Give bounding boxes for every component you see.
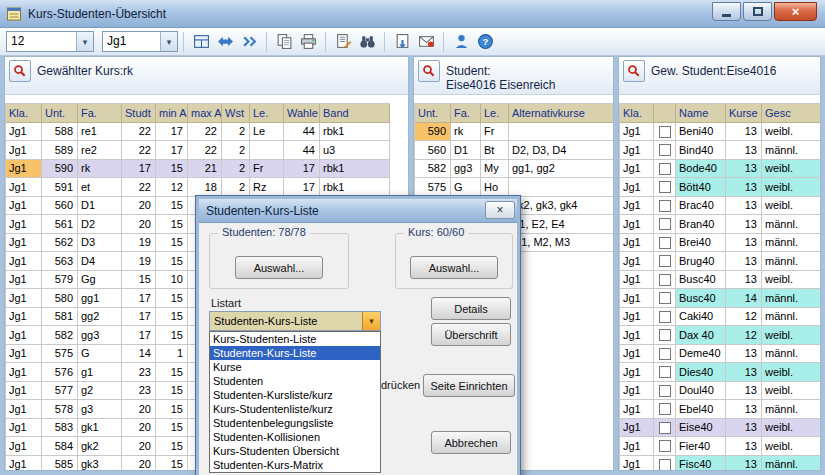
cell[interactable]: Bind40 bbox=[676, 141, 726, 160]
cell[interactable]: Rz bbox=[250, 178, 284, 197]
cell[interactable]: Jg1 bbox=[620, 178, 654, 197]
cell[interactable]: 15 bbox=[156, 160, 188, 179]
cell[interactable]: 15 bbox=[156, 252, 188, 271]
cell[interactable]: 561 bbox=[42, 215, 78, 234]
cell[interactable]: D2, D3, D4 bbox=[509, 141, 613, 160]
cell[interactable] bbox=[654, 215, 676, 234]
course-select-button[interactable]: Auswahl... bbox=[410, 256, 498, 279]
cell[interactable]: 20 bbox=[122, 400, 156, 419]
cell[interactable] bbox=[654, 141, 676, 160]
cell[interactable]: Jg1 bbox=[620, 437, 654, 456]
row-checkbox[interactable] bbox=[659, 163, 671, 175]
cell[interactable]: D3 bbox=[78, 234, 122, 253]
chevron-down-icon[interactable]: ▾ bbox=[76, 32, 93, 51]
row-checkbox[interactable] bbox=[659, 255, 671, 267]
cell[interactable]: Brac40 bbox=[676, 197, 726, 216]
table-row[interactable]: 560D1BtD2, D3, D4 bbox=[415, 141, 613, 160]
cell[interactable]: Jg1 bbox=[620, 345, 654, 364]
cell[interactable]: re2 bbox=[78, 141, 122, 160]
cell[interactable]: rk bbox=[78, 160, 122, 179]
details-button[interactable]: Details bbox=[431, 297, 511, 320]
cell[interactable]: weibl. bbox=[762, 382, 820, 401]
cell[interactable]: 15 bbox=[156, 289, 188, 308]
listart-option[interactable]: Studenten-Kollisionen bbox=[210, 430, 380, 444]
cell[interactable]: Jg1 bbox=[6, 308, 42, 327]
cell[interactable]: weibl. bbox=[762, 326, 820, 345]
row-checkbox[interactable] bbox=[659, 366, 671, 378]
table-row[interactable]: Jg1589re2221722244u3 bbox=[6, 141, 390, 160]
cell[interactable]: 1 bbox=[156, 345, 188, 364]
choose-students-button[interactable] bbox=[623, 60, 645, 82]
cell[interactable]: 13 bbox=[726, 400, 762, 419]
cell[interactable]: 13 bbox=[726, 382, 762, 401]
cell[interactable]: 584 bbox=[42, 437, 78, 456]
cell[interactable]: Ho bbox=[481, 178, 509, 197]
export-button[interactable] bbox=[390, 30, 414, 54]
cell[interactable]: Jg1 bbox=[620, 419, 654, 438]
listart-option[interactable]: Kurse bbox=[210, 360, 380, 374]
cell[interactable]: 20 bbox=[122, 437, 156, 456]
row-checkbox[interactable] bbox=[659, 311, 671, 323]
cell[interactable]: 13 bbox=[726, 141, 762, 160]
cell[interactable]: Fier40 bbox=[676, 437, 726, 456]
cell[interactable]: 590 bbox=[42, 160, 78, 179]
cell[interactable]: gg1, gg2 bbox=[509, 160, 613, 179]
cell[interactable]: Jg1 bbox=[6, 178, 42, 197]
window-grid-button[interactable] bbox=[189, 30, 213, 54]
listart-option[interactable]: Studenten-Kursliste/kurz bbox=[210, 388, 380, 402]
table-row[interactable]: Jg1Bode4013weibl. bbox=[620, 160, 820, 179]
cell[interactable] bbox=[654, 419, 676, 438]
listart-option[interactable]: Studenten-Kurs-Matrix bbox=[210, 458, 380, 472]
cell[interactable]: Dies40 bbox=[676, 363, 726, 382]
cell[interactable]: Beni40 bbox=[676, 123, 726, 142]
help-button[interactable]: ? bbox=[473, 30, 497, 54]
row-checkbox[interactable] bbox=[659, 292, 671, 304]
cell[interactable] bbox=[654, 456, 676, 471]
cell[interactable]: g3 bbox=[78, 400, 122, 419]
print-button[interactable] bbox=[296, 30, 320, 54]
cell[interactable]: 12 bbox=[726, 308, 762, 327]
cell[interactable]: g1 bbox=[78, 363, 122, 382]
cell[interactable]: rk bbox=[451, 123, 481, 142]
cell[interactable]: weibl. bbox=[762, 123, 820, 142]
cell[interactable]: 17 bbox=[122, 308, 156, 327]
horizontal-arrows-button[interactable] bbox=[213, 30, 237, 54]
cell[interactable]: 2 bbox=[222, 178, 250, 197]
cell[interactable]: Busc40 bbox=[676, 271, 726, 290]
cell[interactable]: Jg1 bbox=[6, 363, 42, 382]
cell[interactable]: männl. bbox=[762, 456, 820, 471]
cell[interactable]: 15 bbox=[156, 400, 188, 419]
cell[interactable]: et bbox=[78, 178, 122, 197]
cell[interactable]: Jg1 bbox=[6, 419, 42, 438]
cell[interactable]: Fr bbox=[250, 160, 284, 179]
cell[interactable]: 577 bbox=[42, 382, 78, 401]
cell[interactable]: Bran40 bbox=[676, 215, 726, 234]
cell[interactable]: 2 bbox=[222, 160, 250, 179]
cell[interactable]: 15 bbox=[122, 271, 156, 290]
cell[interactable]: Jg1 bbox=[620, 289, 654, 308]
cell[interactable]: 591 bbox=[42, 178, 78, 197]
table-row[interactable]: Jg1Bran4013männl. bbox=[620, 215, 820, 234]
table-row[interactable]: Jg1Beni4013weibl. bbox=[620, 123, 820, 142]
cell[interactable]: Busc40 bbox=[676, 289, 726, 308]
row-checkbox[interactable] bbox=[659, 329, 671, 341]
cell[interactable]: 18 bbox=[188, 178, 222, 197]
cell[interactable]: D1 bbox=[451, 141, 481, 160]
cell[interactable]: männl. bbox=[762, 234, 820, 253]
students-select-button[interactable]: Auswahl... bbox=[235, 256, 323, 279]
cell[interactable]: Jg1 bbox=[620, 197, 654, 216]
cell[interactable]: 15 bbox=[156, 215, 188, 234]
cell[interactable]: 589 bbox=[42, 141, 78, 160]
cell[interactable]: 20 bbox=[122, 456, 156, 471]
cell[interactable]: Gg bbox=[78, 271, 122, 290]
chevron-down-icon[interactable]: ▾ bbox=[362, 312, 380, 330]
cell[interactable]: Jg1 bbox=[6, 456, 42, 471]
cell[interactable]: Bt bbox=[481, 141, 509, 160]
cell[interactable] bbox=[654, 234, 676, 253]
cell[interactable]: rbk1 bbox=[320, 178, 390, 197]
cell[interactable] bbox=[654, 197, 676, 216]
cell[interactable]: gk2 bbox=[78, 437, 122, 456]
cell[interactable]: 44 bbox=[284, 141, 320, 160]
cell[interactable]: Brug40 bbox=[676, 252, 726, 271]
search-button[interactable] bbox=[355, 30, 379, 54]
